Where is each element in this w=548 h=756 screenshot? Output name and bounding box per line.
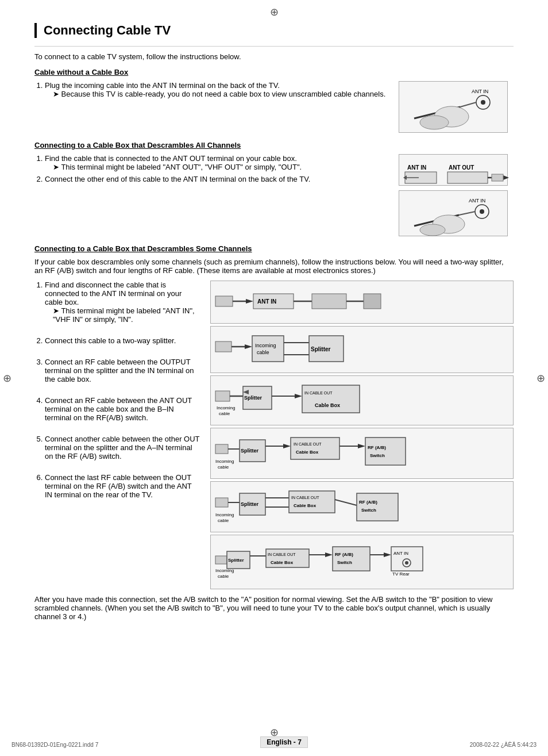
svg-marker-100 [384,552,391,557]
diag-full-switch: Incoming cable Splitter IN CABLE OUT Cab… [210,481,514,532]
svg-rect-13 [492,174,503,181]
list-item: Find the cable that is connected to the … [45,154,387,171]
step1-text: Plug the incoming cable into the ANT IN … [45,81,280,90]
svg-text:IN   CABLE   OUT: IN CABLE OUT [304,391,333,395]
svg-rect-54 [215,444,228,454]
svg-text:Incoming: Incoming [215,512,234,517]
svg-rect-70 [215,498,228,507]
diag3-svg: Incoming cable Splitter IN CABLE OUT [214,379,427,420]
diag2-svg: Incoming cable Splitter [214,330,427,367]
list-item: Connect the other end of this cable to t… [45,175,387,183]
svg-text:Splitter: Splitter [241,501,259,507]
title-rule [34,46,514,47]
svg-text:ANT IN: ANT IN [257,298,276,305]
svg-text:RF (A/B): RF (A/B) [335,552,353,557]
top-crosshair: ⊕ [270,6,279,18]
svg-text:Cable Box: Cable Box [271,560,294,565]
svg-marker-34 [245,344,252,349]
step1-note: ➤ This terminal might be labeled "ANT OU… [45,163,387,171]
diag4-svg: Incoming cable Splitter IN CABLE OUT Cab… [214,432,427,473]
svg-text:ANT IN: ANT IN [393,551,408,556]
s3-step3: Connect an RF cable between the OUTPUT t… [45,358,194,383]
diag-full-tv: Incoming cable Splitter IN CABLE OUT Cab… [210,535,514,589]
svg-text:Switch: Switch [370,453,385,458]
svg-text:ANT IN: ANT IN [469,198,485,204]
intro-text: To connect to a cable TV system, follow … [34,52,514,61]
svg-text:RF (A/B): RF (A/B) [368,445,386,450]
svg-text:cable: cable [218,518,229,523]
list-item: Connect an RF cable between the OUTPUT t… [45,358,201,383]
svg-marker-95 [325,552,333,557]
s3-step4: Connect an RF cable between the ANT OUT … [45,396,192,422]
svg-text:ANT IN: ANT IN [407,164,426,171]
svg-text:ANT IN: ANT IN [472,89,488,94]
section3-list: Find and disconnect the cable that is co… [34,281,201,499]
svg-rect-62 [291,438,339,459]
s3-step6: Connect the last RF cable between the OU… [45,473,192,499]
svg-text:Cable Box: Cable Box [294,503,317,508]
svg-text:IN   CABLE   OUT: IN CABLE OUT [291,496,319,500]
svg-text:IN   CABLE   OUT: IN CABLE OUT [294,442,322,446]
diag5-svg: Incoming cable Splitter IN CABLE OUT Cab… [214,485,427,527]
page-number: English - 7 [260,736,308,748]
svg-marker-50 [295,394,302,398]
section3: Connecting to a Cable Box that Descrambl… [34,244,514,621]
s3-step2: Connect this cable to a two-way splitter… [45,336,176,345]
ant-in-svg: ANT IN [403,85,511,136]
section2-content: Find the cable that is connected to the … [34,154,514,236]
svg-rect-85 [215,556,227,564]
svg-marker-12 [503,175,509,180]
step2-text: Connect the other end of this cable to t… [45,175,310,183]
svg-text:cable: cable [218,574,229,579]
right-crosshair: ⊕ [537,372,545,385]
svg-rect-96 [333,547,370,571]
svg-point-21 [420,224,445,236]
svg-rect-78 [289,491,335,513]
section1-list: Plug the incoming cable into the ANT IN … [34,81,387,98]
svg-text:ANT OUT: ANT OUT [449,164,474,171]
step1-note: ➤ Because this TV is cable-ready, you do… [45,90,387,98]
ant-out-diagram: ANT IN ANT OUT [399,154,508,186]
list-item: Plug the incoming cable into the ANT IN … [45,81,387,98]
svg-line-6 [460,102,476,107]
list-item: Connect another cable between the other … [45,435,201,460]
section1-text: Plug the incoming cable into the ANT IN … [34,81,387,133]
bottom-crosshair: ⊕ [270,726,279,739]
s3-step1-note: ➤ This terminal might be labeled "ANT IN… [45,306,201,324]
diag-splitter: Incoming cable Splitter [210,326,514,373]
antout-svg: ANT IN ANT OUT [403,158,511,189]
list-item: Connect this cable to a two-way splitter… [45,336,201,345]
svg-rect-29 [312,294,346,309]
svg-point-2 [481,100,485,105]
section3-text: Find and disconnect the cable that is co… [34,281,201,589]
diag-ant-in: ANT IN [210,281,514,324]
page: ⊕ ⊕ ⊕ Connecting Cable TV To connect to … [0,0,548,756]
section3-diagrams: ANT IN [210,281,514,589]
svg-text:TV Rear: TV Rear [392,571,410,577]
svg-text:Incoming: Incoming [255,343,276,348]
svg-text:Splitter: Splitter [228,558,244,563]
svg-text:RF (A/B): RF (A/B) [359,500,377,505]
svg-point-104 [405,561,408,565]
title-section: Connecting Cable TV [34,23,514,38]
svg-rect-32 [215,341,231,352]
svg-text:Splitter: Splitter [241,448,259,454]
step1-text: Find the cable that is connected to the … [45,154,297,163]
svg-text:Splitter: Splitter [244,395,263,401]
svg-rect-42 [215,391,230,401]
svg-rect-35 [252,336,284,362]
svg-text:Splitter: Splitter [311,346,331,352]
diag6-svg: Incoming cable Splitter IN CABLE OUT Cab… [214,539,427,584]
svg-line-22 [459,212,475,215]
footer-right: 2008-02-22 ¿ÀÈÄ 5:44:23 [470,742,537,748]
svg-marker-66 [358,444,365,448]
section1-diagram: ANT IN [399,81,514,133]
svg-point-18 [480,209,484,214]
svg-text:Incoming: Incoming [217,405,235,410]
ant-in-tv-diagram: ANT IN [399,190,508,236]
section2-diagram: ANT IN ANT OUT ANT IN [399,154,514,236]
diag-to-rf-switch: Incoming cable Splitter IN CABLE OUT Cab… [210,428,514,479]
section2-heading: Connecting to a Cable Box that Descrambl… [34,141,514,149]
svg-rect-23 [215,296,233,306]
svg-text:Switch: Switch [337,560,352,565]
